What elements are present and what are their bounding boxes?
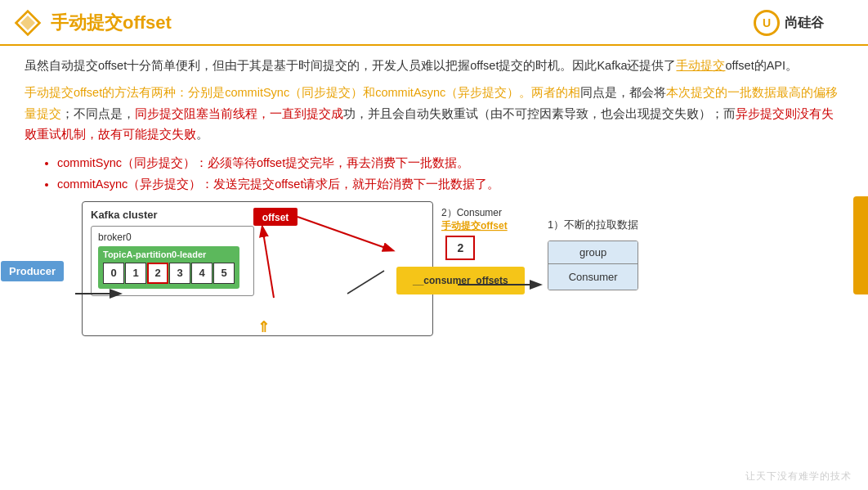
kafka-section: offset 2）Consumer 手动提交offset	[33, 201, 433, 336]
cells-row: 0 1 2 3 4 5	[103, 263, 235, 284]
cell-3: 3	[169, 263, 190, 284]
cluster-label: Kafka cluster	[91, 209, 424, 221]
diamond-icon	[13, 8, 43, 38]
para2-intro-highlight: 手动提交offset的方法有两种：分别是commitSync（同步提交）和com…	[25, 86, 580, 99]
group-header: group	[548, 241, 638, 263]
content-area: 虽然自动提交offset十分简单便利，但由于其是基于时间提交的，开发人员难以把握…	[0, 46, 868, 344]
partition-box: TopicA-partition0-leader 0 1 2 3 4 5	[98, 246, 239, 289]
broker-box: broker0 TopicA-partition0-leader 0 1 2 3…	[91, 226, 254, 296]
cell-5: 5	[213, 263, 235, 284]
kafka-cluster-box: Kafka cluster broker0 TopicA-partition0-…	[82, 201, 433, 336]
pull-label: 1）不断的拉取数据	[548, 218, 638, 232]
cell-2-highlight: 2	[147, 263, 168, 284]
para2-sync: 同步提交阻塞当前线程，一直到提交成	[135, 107, 343, 120]
consumer-offsets-area: 2 __consumer_offsets	[396, 236, 525, 294]
underline-manual: 手动提交	[676, 59, 725, 72]
cell-4: 4	[191, 263, 213, 284]
logo-text: 尚硅谷	[785, 15, 824, 32]
group-box: group Consumer	[548, 241, 638, 290]
consumer-offsets-box: __consumer_offsets	[396, 267, 525, 294]
bullet-item-2: commitAsync（异步提交）：发送完提交offset请求后，就开始消费下一…	[57, 173, 843, 195]
paragraph-1: 虽然自动提交offset十分简单便利，但由于其是基于时间提交的，开发人员难以把握…	[25, 56, 843, 76]
offset-value: 2	[445, 236, 475, 260]
diagram-area: offset 2）Consumer 手动提交offset	[25, 201, 843, 336]
paragraph-2: 手动提交offset的方法有两种：分别是commitSync（同步提交）和com…	[25, 83, 843, 145]
consumer-cell: Consumer	[548, 263, 638, 290]
header: 手动提交offset U 尚硅谷	[0, 0, 868, 46]
broker-label: broker0	[98, 232, 247, 243]
bullet-item-1: commitSync（同步提交）：必须等待offset提交完毕，再去消费下一批数…	[57, 152, 843, 173]
bullet-list: commitSync（同步提交）：必须等待offset提交完毕，再去消费下一批数…	[57, 152, 843, 195]
page: 手动提交offset U 尚硅谷 虽然自动提交offset十分简单便利，但由于其…	[0, 0, 868, 490]
logo-symbol: U	[763, 16, 771, 29]
cell-1: 1	[125, 263, 146, 284]
cell-0: 0	[103, 263, 124, 284]
partition-label: TopicA-partition0-leader	[103, 249, 235, 259]
header-left: 手动提交offset	[13, 8, 172, 38]
watermark: 让天下没有难学的技术	[745, 470, 852, 483]
page-title: 手动提交offset	[51, 11, 172, 35]
right-section: 1）不断的拉取数据 group Consumer	[548, 218, 638, 290]
orange-bar	[853, 196, 868, 294]
producer-box: Producer	[1, 261, 64, 281]
svg-text:2）Consumer: 2）Consumer	[441, 207, 502, 218]
logo: U 尚硅谷	[754, 8, 852, 38]
svg-text:手动提交offset: 手动提交offset	[441, 220, 508, 232]
logo-circle: U	[754, 10, 780, 36]
